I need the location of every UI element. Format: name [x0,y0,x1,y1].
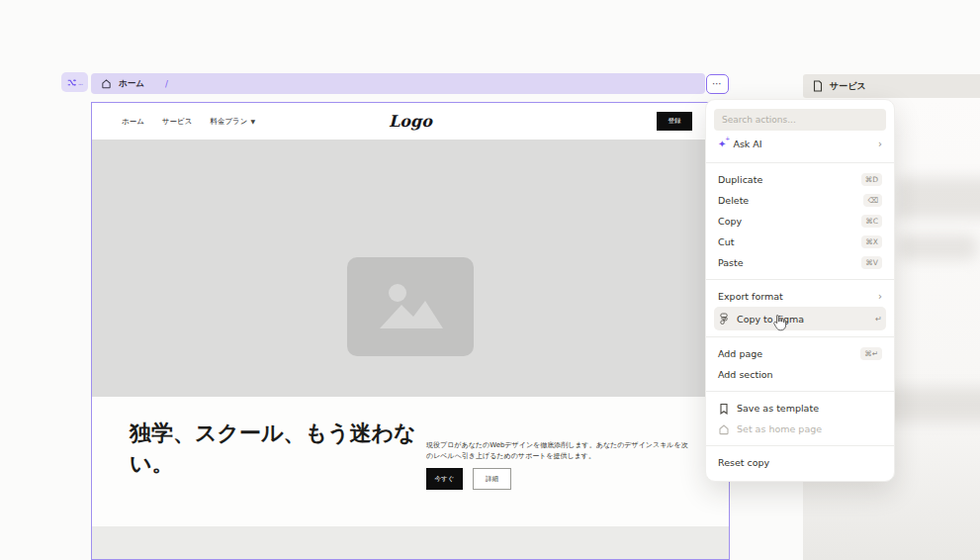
figma-icon [718,313,730,325]
menu-item-cut[interactable]: Cut ⌘X [714,232,886,252]
shortcut-badge: ⌘X [861,235,882,248]
menu-item-duplicate[interactable]: Duplicate ⌘D [714,169,886,190]
cta-secondary-button[interactable]: 詳細 [473,468,511,490]
hero-description[interactable]: 現役プロがあなたのWebデザインを徹底添削します。あなたのデザインスキルを次のレ… [426,440,691,462]
ai-tools-badge[interactable]: ... [61,72,88,92]
breadcrumb-home-label[interactable]: ホーム [119,78,144,90]
shortcut-badge: ⌘↵ [860,347,882,360]
menu-item-save-as-template[interactable]: Save as template [714,398,886,419]
faded-content-blob [880,387,980,422]
home-icon [101,78,112,89]
menu-item-add-section[interactable]: Add section [714,364,886,385]
hero-text-section: 独学、スクール、もう迷わない。 現役プロがあなたのWebデザインを徹底添削します… [92,397,729,526]
context-menu: ✦+ Ask AI › Duplicate ⌘D Delete ⌫ Copy ⌘… [705,99,895,482]
image-placeholder-icon [372,277,449,336]
chevron-right-icon: › [878,291,882,302]
menu-divider [706,336,894,337]
home-icon [718,423,730,435]
shuffle-icon [67,78,76,87]
tab-service-page[interactable]: サービス [803,74,980,98]
shortcut-badge: ⌘D [861,173,882,186]
site-logo[interactable]: Logo [92,112,729,131]
register-button[interactable]: 登録 [657,112,692,131]
sparkle-icon: ✦+ [718,139,726,149]
menu-divider [706,279,894,280]
hero-image-section [92,140,729,397]
menu-item-copy-to-figma[interactable]: Copy to Figma ↵ [714,307,886,330]
menu-item-set-as-home-page[interactable]: Set as home page [714,419,886,439]
shortcut-badge: ⌘V [861,256,882,269]
menu-divider [706,391,894,392]
hero-heading[interactable]: 独学、スクール、もう迷わない。 [130,419,444,480]
site-navbar: ホーム サービス 料金プラン▼ Logo 登録 [92,103,729,140]
menu-item-paste[interactable]: Paste ⌘V [714,252,886,273]
menu-item-copy[interactable]: Copy ⌘C [714,211,886,232]
next-section-strip [92,526,729,560]
menu-item-export-format[interactable]: Export format › [714,286,886,307]
tab-service-label: サービス [830,80,866,93]
faded-content-blob [895,177,980,219]
bookmark-icon [718,403,730,415]
enter-key-hint: ↵ [875,315,882,324]
badge-dots: ... [78,78,83,87]
home-page-canvas[interactable]: ホーム サービス 料金プラン▼ Logo 登録 独学、スクール、もう迷わない。 … [91,102,730,560]
menu-divider [706,162,894,163]
menu-item-add-page[interactable]: Add page ⌘↵ [714,343,886,364]
hero-cta-group: 今すぐ 詳細 [426,468,511,490]
menu-item-ask-ai[interactable]: ✦+ Ask AI › [714,131,886,156]
search-input[interactable] [714,109,886,131]
breadcrumb-separator: / [165,79,168,89]
shortcut-badge: ⌫ [863,194,882,207]
breadcrumb[interactable]: ホーム / [91,73,705,94]
menu-item-reset-copy[interactable]: Reset copy [714,452,886,473]
chevron-right-icon: › [878,139,882,149]
more-actions-button[interactable]: ⋯ [706,74,729,94]
faded-content-blob [898,234,977,260]
shortcut-badge: ⌘C [861,215,882,228]
image-placeholder[interactable] [347,257,474,356]
cta-primary-button[interactable]: 今すぐ [426,468,463,490]
menu-divider [706,445,894,446]
page-icon [813,80,823,92]
menu-item-delete[interactable]: Delete ⌫ [714,190,886,211]
